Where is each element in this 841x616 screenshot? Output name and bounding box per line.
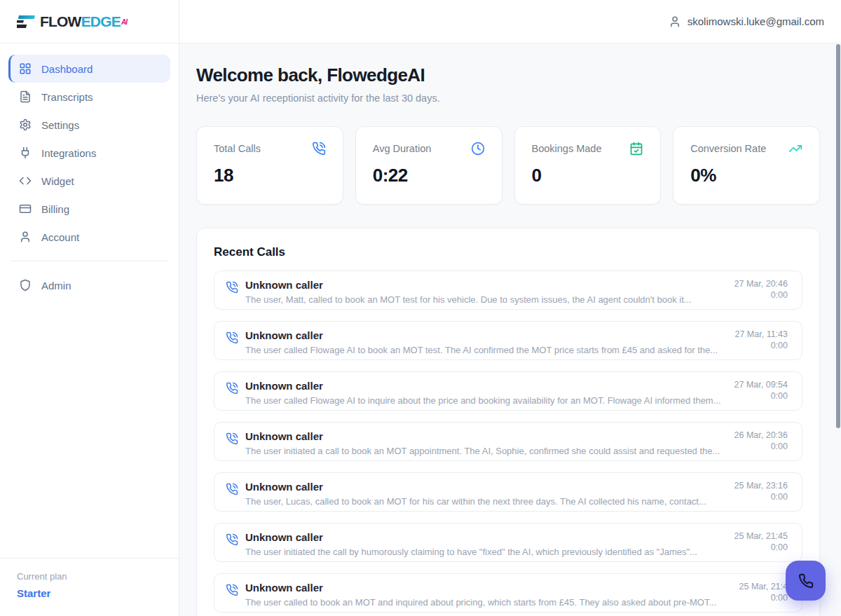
call-description: The user, Matt, called to book an MOT te…	[245, 294, 723, 305]
calendar-check-icon	[629, 142, 643, 156]
call-date: 26 Mar, 20:36	[734, 430, 788, 441]
call-title: Unknown caller	[245, 581, 728, 594]
call-item-body: Unknown caller The user called Flowage A…	[245, 379, 723, 406]
clock-icon	[471, 142, 485, 156]
plug-icon	[19, 146, 32, 159]
current-plan-label: Current plan	[17, 571, 162, 582]
phone-call-icon	[226, 382, 238, 395]
plan-section: Current plan Starter	[0, 558, 179, 616]
call-fab-button[interactable]	[786, 561, 826, 601]
call-duration: 0:00	[734, 340, 788, 351]
logo-word-ai: AI	[121, 15, 127, 30]
call-title: Unknown caller	[245, 480, 723, 493]
stat-card-avg-duration: Avg Duration 0:22	[355, 126, 502, 205]
call-date: 27 Mar, 09:54	[734, 379, 788, 390]
user-account-chip[interactable]: skolimowski.luke@gmail.com	[669, 15, 824, 28]
sidebar-item-billing[interactable]: Billing	[8, 195, 170, 223]
call-date: 25 Mar, 23:16	[734, 480, 788, 491]
call-list-item[interactable]: Unknown caller The user initiated a call…	[214, 422, 802, 461]
call-item-body: Unknown caller The user, Lucas, called t…	[245, 480, 723, 507]
call-list-item[interactable]: Unknown caller The user called Flowage A…	[214, 371, 802, 411]
stat-value: 0:22	[373, 165, 485, 186]
stat-card-conversion-rate: Conversion Rate 0%	[673, 126, 820, 205]
call-list-item[interactable]: Unknown caller The user called Flowage A…	[214, 321, 802, 360]
sidebar-item-integrations[interactable]: Integrations	[8, 139, 170, 167]
sidebar-item-label: Admin	[41, 280, 71, 292]
phone-call-icon	[226, 533, 238, 546]
sidebar-item-dashboard[interactable]: Dashboard	[8, 55, 170, 83]
sidebar-item-transcripts[interactable]: Transcripts	[8, 83, 170, 111]
user-icon	[669, 15, 681, 28]
phone-call-icon	[226, 584, 238, 596]
stat-label: Bookings Made	[532, 143, 602, 154]
call-meta: 25 Mar, 21:45 0:00	[734, 531, 788, 553]
call-duration: 0:00	[739, 592, 788, 603]
stat-card-total-calls: Total Calls 18	[196, 126, 343, 205]
topbar: skolimowski.luke@gmail.com	[179, 0, 841, 43]
sidebar-item-widget[interactable]: Widget	[8, 167, 170, 195]
sidebar-item-label: Billing	[41, 203, 69, 215]
phone-call-icon	[312, 142, 326, 156]
stat-label: Avg Duration	[373, 143, 432, 154]
stat-value: 0%	[690, 165, 802, 186]
shield-icon	[19, 279, 32, 292]
call-meta: 27 Mar, 11:43 0:00	[734, 329, 788, 351]
call-duration: 0:00	[734, 491, 788, 502]
call-list-item[interactable]: Unknown caller The user, Matt, called to…	[214, 271, 802, 310]
sidebar-item-label: Account	[41, 231, 79, 243]
phone-call-icon	[226, 432, 238, 445]
recent-calls-title: Recent Calls	[214, 245, 802, 259]
call-list-item[interactable]: Unknown caller The user initiated the ca…	[214, 523, 802, 562]
flowedge-logo[interactable]: FLOWEDGEAI	[17, 14, 127, 29]
sidebar-divider	[10, 261, 169, 261]
call-list-item[interactable]: Unknown caller The user, Lucas, called t…	[214, 472, 802, 512]
call-date: 27 Mar, 11:43	[734, 329, 788, 340]
trending-up-icon	[788, 142, 802, 156]
sidebar-item-label: Dashboard	[41, 63, 93, 75]
sidebar-item-admin[interactable]: Admin	[8, 271, 170, 299]
call-duration: 0:00	[734, 390, 788, 402]
gear-icon	[19, 118, 32, 131]
call-meta: 26 Mar, 20:36 0:00	[734, 430, 788, 452]
call-description: The user initiated the call by humorousl…	[245, 547, 723, 557]
call-description: The user initiated a call to book an MOT…	[245, 446, 723, 456]
credit-card-icon	[19, 203, 32, 215]
call-date: 27 Mar, 20:46	[734, 278, 788, 289]
call-title: Unknown caller	[245, 329, 723, 342]
call-item-body: Unknown caller The user, Matt, called to…	[245, 278, 723, 305]
recent-calls-list: Unknown caller The user, Matt, called to…	[214, 271, 802, 612]
phone-call-icon	[226, 331, 238, 344]
dashboard-grid-icon	[19, 62, 32, 75]
logo-wordmark: FLOWEDGEAI	[40, 14, 127, 29]
sidebar: FLOWEDGEAI Dashboard Transcripts Setting…	[0, 0, 179, 616]
call-duration: 0:00	[734, 542, 788, 553]
sidebar-nav: Dashboard Transcripts Settings Integrati…	[0, 43, 179, 299]
call-title: Unknown caller	[245, 531, 723, 544]
stat-value: 0	[532, 165, 644, 186]
sidebar-item-account[interactable]: Account	[8, 223, 170, 251]
call-duration: 0:00	[734, 289, 788, 301]
logo-word-flow: FLOW	[40, 14, 81, 29]
phone-call-icon	[226, 281, 238, 294]
sidebar-item-settings[interactable]: Settings	[8, 111, 170, 139]
call-description: The user called to book an MOT and inqui…	[245, 597, 728, 608]
page-title: Welcome back, FlowedgeAI	[196, 64, 820, 86]
call-list-item[interactable]: Unknown caller The user called to book a…	[214, 573, 802, 612]
flowedge-logo-icon	[17, 14, 35, 29]
logo-word-edge: EDGE	[81, 14, 121, 29]
stats-row: Total Calls 18 Avg Duration 0:22 Booking…	[196, 126, 820, 205]
call-title: Unknown caller	[245, 278, 723, 292]
call-item-body: Unknown caller The user initiated the ca…	[245, 531, 723, 557]
call-duration: 0:00	[734, 441, 788, 452]
vertical-scrollbar[interactable]	[836, 44, 840, 428]
logo-area: FLOWEDGEAI	[0, 0, 179, 43]
sidebar-item-label: Settings	[41, 119, 79, 131]
call-item-body: Unknown caller The user initiated a call…	[245, 430, 723, 456]
sidebar-item-label: Widget	[41, 175, 74, 187]
user-icon	[19, 231, 32, 243]
current-plan-link[interactable]: Starter	[17, 587, 162, 599]
call-meta: 27 Mar, 09:54 0:00	[734, 379, 788, 402]
sidebar-item-label: Transcripts	[41, 91, 93, 103]
phone-icon	[798, 573, 814, 589]
call-date: 25 Mar, 21:4	[739, 581, 788, 592]
